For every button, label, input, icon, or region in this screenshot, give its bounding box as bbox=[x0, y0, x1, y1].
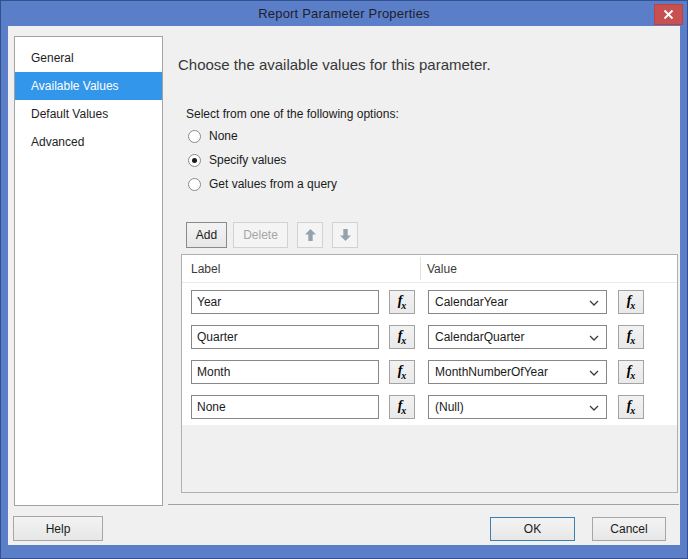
radio-circle-icon bbox=[188, 154, 201, 167]
arrow-down-icon bbox=[340, 229, 351, 241]
options-group-label: Select from one of the following options… bbox=[186, 107, 399, 121]
move-up-button[interactable] bbox=[297, 222, 323, 248]
titlebar[interactable]: Report Parameter Properties bbox=[1, 1, 687, 26]
dialog-content: General Available Values Default Values … bbox=[8, 26, 680, 545]
radio-circle-icon bbox=[188, 178, 201, 191]
fx-expression-button-label[interactable]: fx bbox=[389, 360, 415, 384]
fx-expression-button-value[interactable]: fx bbox=[618, 395, 644, 419]
fx-expression-button-label[interactable]: fx bbox=[389, 290, 415, 314]
fx-expression-button-label[interactable]: fx bbox=[389, 395, 415, 419]
radio-label: Specify values bbox=[209, 153, 286, 167]
delete-button[interactable]: Delete bbox=[233, 222, 288, 248]
grid-row: fx CalendarYear fx bbox=[182, 290, 677, 314]
close-icon bbox=[663, 9, 674, 20]
fx-icon: fx bbox=[398, 363, 407, 381]
add-button[interactable]: Add bbox=[186, 222, 227, 248]
fx-icon: fx bbox=[398, 328, 407, 346]
cancel-button[interactable]: Cancel bbox=[592, 517, 666, 541]
radio-label: None bbox=[209, 129, 238, 143]
column-header-value: Value bbox=[427, 255, 457, 283]
value-dropdown[interactable]: (Null) bbox=[428, 395, 607, 419]
close-button[interactable] bbox=[654, 4, 683, 25]
fx-icon: fx bbox=[398, 398, 407, 416]
radio-option-none[interactable]: None bbox=[188, 129, 238, 143]
chevron-down-icon bbox=[589, 335, 599, 341]
window-title: Report Parameter Properties bbox=[1, 1, 687, 26]
fx-icon: fx bbox=[627, 328, 636, 346]
radio-circle-icon bbox=[188, 130, 201, 143]
sidebar-item-general[interactable]: General bbox=[15, 44, 162, 72]
chevron-down-icon bbox=[589, 300, 599, 306]
ok-button[interactable]: OK bbox=[490, 517, 575, 541]
grid-header: Label Value bbox=[182, 255, 677, 283]
values-grid: Label Value fx CalendarYear fx fx Calen bbox=[181, 254, 678, 493]
fx-icon: fx bbox=[627, 293, 636, 311]
sidebar-nav: General Available Values Default Values … bbox=[14, 36, 163, 506]
radio-label: Get values from a query bbox=[209, 177, 337, 191]
sidebar-item-advanced[interactable]: Advanced bbox=[15, 128, 162, 156]
fx-icon: fx bbox=[398, 293, 407, 311]
chevron-down-icon bbox=[589, 370, 599, 376]
chevron-down-icon bbox=[589, 405, 599, 411]
fx-expression-button-value[interactable]: fx bbox=[618, 290, 644, 314]
radio-option-specify-values[interactable]: Specify values bbox=[188, 153, 286, 167]
footer-separator bbox=[168, 504, 679, 505]
sidebar-item-default-values[interactable]: Default Values bbox=[15, 100, 162, 128]
page-heading: Choose the available values for this par… bbox=[178, 56, 491, 73]
value-dropdown[interactable]: MonthNumberOfYear bbox=[428, 360, 607, 384]
move-down-button[interactable] bbox=[332, 222, 358, 248]
value-dropdown[interactable]: CalendarYear bbox=[428, 290, 607, 314]
value-dropdown[interactable]: CalendarQuarter bbox=[428, 325, 607, 349]
arrow-up-icon bbox=[305, 229, 316, 241]
fx-icon: fx bbox=[627, 363, 636, 381]
label-input[interactable] bbox=[191, 395, 379, 419]
fx-icon: fx bbox=[627, 398, 636, 416]
label-input[interactable] bbox=[191, 325, 379, 349]
fx-expression-button-label[interactable]: fx bbox=[389, 325, 415, 349]
fx-expression-button-value[interactable]: fx bbox=[618, 360, 644, 384]
grid-row: fx CalendarQuarter fx bbox=[182, 325, 677, 349]
label-input[interactable] bbox=[191, 360, 379, 384]
grid-row: fx MonthNumberOfYear fx bbox=[182, 360, 677, 384]
fx-expression-button-value[interactable]: fx bbox=[618, 325, 644, 349]
grid-row: fx (Null) fx bbox=[182, 395, 677, 419]
radio-option-get-values-from-query[interactable]: Get values from a query bbox=[188, 177, 337, 191]
report-parameter-properties-dialog: Report Parameter Properties General Avai… bbox=[0, 0, 688, 559]
sidebar-item-available-values[interactable]: Available Values bbox=[15, 72, 162, 100]
column-header-label: Label bbox=[191, 255, 220, 283]
column-separator bbox=[420, 257, 421, 280]
label-input[interactable] bbox=[191, 290, 379, 314]
help-button[interactable]: Help bbox=[13, 516, 103, 541]
